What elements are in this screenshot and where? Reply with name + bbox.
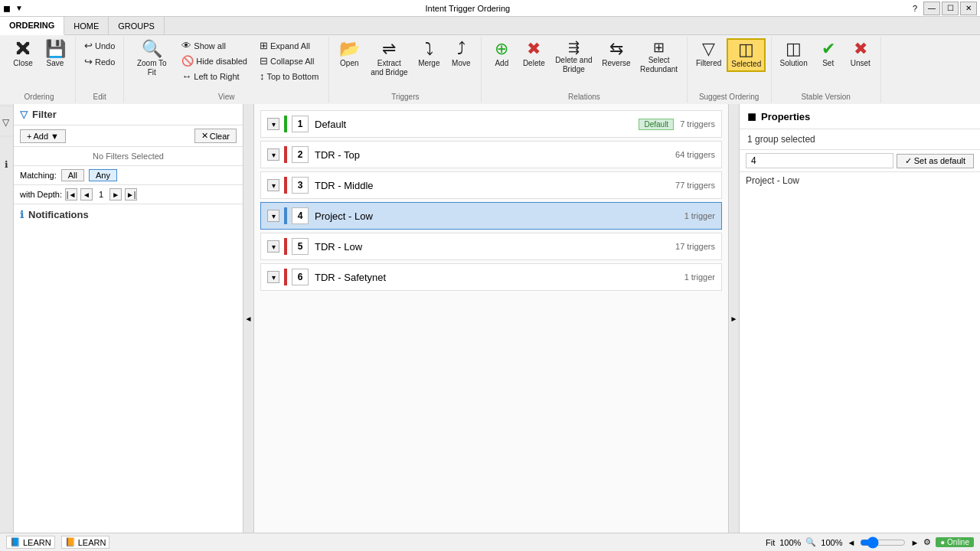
group-name-5: TDR - Low xyxy=(315,241,675,253)
zoom-slider[interactable] xyxy=(860,536,906,549)
tab-ordering[interactable]: ORDERING xyxy=(0,17,64,35)
filter-title: Filter xyxy=(32,109,57,120)
depth-first-button[interactable]: |◄ xyxy=(65,188,77,201)
group-name-1: Default xyxy=(315,119,639,130)
ribbon-group-edit: ↩ Undo ↪ Redo Edit xyxy=(76,37,124,103)
online-badge: ● Online xyxy=(936,537,974,547)
learn-button-1[interactable]: 📘 LEARN xyxy=(6,536,55,549)
help-icon[interactable]: ? xyxy=(913,4,917,13)
extract-bridge-button[interactable]: ⇌ Extract and Bridge xyxy=(366,38,412,80)
group-row-6[interactable]: ▾ 6 TDR - Safetynet 1 trigger xyxy=(260,263,722,291)
expand-btn-5[interactable]: ▾ xyxy=(267,240,279,253)
show-all-button[interactable]: 👁 Show all xyxy=(178,38,251,53)
redo-icon: ↪ xyxy=(84,56,93,67)
move-button[interactable]: ⤴ Move xyxy=(446,38,476,70)
group-num-1: 1 xyxy=(292,116,309,132)
expand-btn-1[interactable]: ▾ xyxy=(267,118,279,130)
unset-icon: ✖ xyxy=(854,41,867,57)
ribbon-group-relations: ⊕ Add ✖ Delete ⇶ Delete and Bridge ⇆ Rev… xyxy=(482,37,687,103)
tab-groups[interactable]: GROUPS xyxy=(109,17,165,34)
filter-status: No Filters Selected xyxy=(14,147,243,166)
filter-header: ▽ Filter xyxy=(14,104,243,126)
matching-any-button[interactable]: Any xyxy=(89,169,117,181)
filter-add-button[interactable]: + Add ▼ xyxy=(20,129,66,143)
add-button[interactable]: ⊕ Add xyxy=(486,38,517,70)
zoom2-label: 100% xyxy=(821,538,842,547)
filter-toolbar: + Add ▼ ✕ Clear xyxy=(14,126,243,147)
left-collapse-button[interactable]: ◄ xyxy=(243,104,254,533)
app-title: Intent Trigger Ordering xyxy=(23,4,913,13)
depth-value: 1 xyxy=(96,190,106,199)
group-row-1[interactable]: ▾ 1 Default Default 7 triggers xyxy=(260,110,722,138)
menu-arrow-icon[interactable]: ▼ xyxy=(15,4,23,12)
group-num-6: 6 xyxy=(292,269,309,285)
title-bar-left: ◼ ▼ xyxy=(3,3,23,14)
learn-button-2[interactable]: 📙 LEARN xyxy=(61,536,110,549)
delete-button[interactable]: ✖ Delete xyxy=(518,38,549,70)
merge-button[interactable]: ⤵ Merge xyxy=(413,38,444,70)
expand-btn-2[interactable]: ▾ xyxy=(267,148,279,161)
group-row-5[interactable]: ▾ 5 TDR - Low 17 triggers xyxy=(260,233,722,260)
slider-left-icon[interactable]: ◄ xyxy=(847,538,855,547)
expand-btn-6[interactable]: ▾ xyxy=(267,271,279,283)
merge-icon: ⤵ xyxy=(425,41,433,57)
matching-all-button[interactable]: All xyxy=(61,169,84,181)
filtered-button[interactable]: ▽ Filtered xyxy=(692,38,725,70)
properties-name-value: Project - Low xyxy=(740,172,980,189)
close-button[interactable]: ✕ xyxy=(960,2,977,15)
filter-depth: with Depth: |◄ ◄ 1 ► ►| xyxy=(14,185,243,204)
ribbon-group-suggest: ▽ Filtered ◫ Selected Suggest Ordering xyxy=(688,37,772,103)
right-collapse-button[interactable]: ► xyxy=(728,104,739,533)
depth-label: with Depth: xyxy=(20,190,62,199)
group-row-4[interactable]: ▾ 4 Project - Low 1 trigger xyxy=(260,202,722,230)
solution-button[interactable]: ◫ Solution xyxy=(776,38,812,70)
title-bar: ◼ ▼ Intent Trigger Ordering ? — ☐ ✕ xyxy=(0,0,980,17)
redo-button[interactable]: ↪ Redo xyxy=(80,54,119,69)
set-icon: ✔ xyxy=(822,41,835,57)
minimize-button[interactable]: — xyxy=(923,2,940,15)
depth-next-button[interactable]: ► xyxy=(109,188,122,201)
expand-btn-4[interactable]: ▾ xyxy=(267,210,279,222)
open-button[interactable]: 📂 Open xyxy=(334,38,364,70)
save-button-ribbon[interactable]: 💾 Save xyxy=(40,38,70,70)
properties-number-input[interactable] xyxy=(746,153,893,168)
delete-bridge-button[interactable]: ⇶ Delete and Bridge xyxy=(550,38,596,77)
undo-icon: ↩ xyxy=(84,40,93,51)
set-default-button[interactable]: ✓ Set as default xyxy=(897,154,974,168)
ribbon-tabs: ORDERING HOME GROUPS xyxy=(0,17,980,35)
undo-button[interactable]: ↩ Undo xyxy=(80,38,119,53)
delete-bridge-icon: ⇶ xyxy=(568,41,580,54)
collapse-all-button[interactable]: ⊟ Collapse All xyxy=(256,54,322,68)
depth-prev-button[interactable]: ◄ xyxy=(80,188,93,201)
selected-button[interactable]: ◫ Selected xyxy=(727,38,766,72)
group-badge-1: Default xyxy=(639,119,674,130)
hide-disabled-button[interactable]: 🚫 Hide disabled xyxy=(178,54,251,68)
reverse-button[interactable]: ⇆ Reverse xyxy=(598,38,634,70)
group-num-4: 4 xyxy=(292,207,309,224)
close-button-ribbon[interactable]: 🗙 Close xyxy=(8,38,38,70)
slider-right-icon[interactable]: ► xyxy=(910,538,919,547)
expand-btn-3[interactable]: ▾ xyxy=(267,179,279,191)
filter-clear-button[interactable]: ✕ Clear xyxy=(194,129,237,143)
unset-button[interactable]: ✖ Unset xyxy=(845,38,876,70)
filter-tab[interactable]: ▽ Filter xyxy=(0,106,13,135)
save-icon: 💾 xyxy=(45,41,66,57)
maximize-button[interactable]: ☐ xyxy=(942,2,959,15)
group-triggers-6: 1 trigger xyxy=(684,272,715,282)
show-all-icon: 👁 xyxy=(181,40,191,51)
select-redundant-button[interactable]: ⊞ Select Redundant xyxy=(636,38,682,77)
zoom-fit-button[interactable]: 🔍 Zoom To Fit xyxy=(129,38,175,80)
group-row-2[interactable]: ▾ 2 TDR - Top 64 triggers xyxy=(260,141,722,168)
notifications-tab[interactable]: ℹ Notifications xyxy=(0,135,13,190)
group-row-3[interactable]: ▾ 3 TDR - Middle 77 triggers xyxy=(260,171,722,199)
expand-all-button[interactable]: ⊞ Expand All xyxy=(256,38,322,53)
left-to-right-button[interactable]: ↔ Left to Right xyxy=(178,69,251,83)
solution-icon: ◫ xyxy=(786,41,802,57)
tab-home[interactable]: HOME xyxy=(64,17,109,34)
group-bar-4 xyxy=(284,207,287,224)
top-to-bottom-button[interactable]: ↕ Top to Bottom xyxy=(256,69,322,83)
set-button[interactable]: ✔ Set xyxy=(813,38,844,70)
depth-last-button[interactable]: ►| xyxy=(125,188,137,201)
group-name-2: TDR - Top xyxy=(315,149,675,161)
properties-title: Properties xyxy=(761,111,810,122)
